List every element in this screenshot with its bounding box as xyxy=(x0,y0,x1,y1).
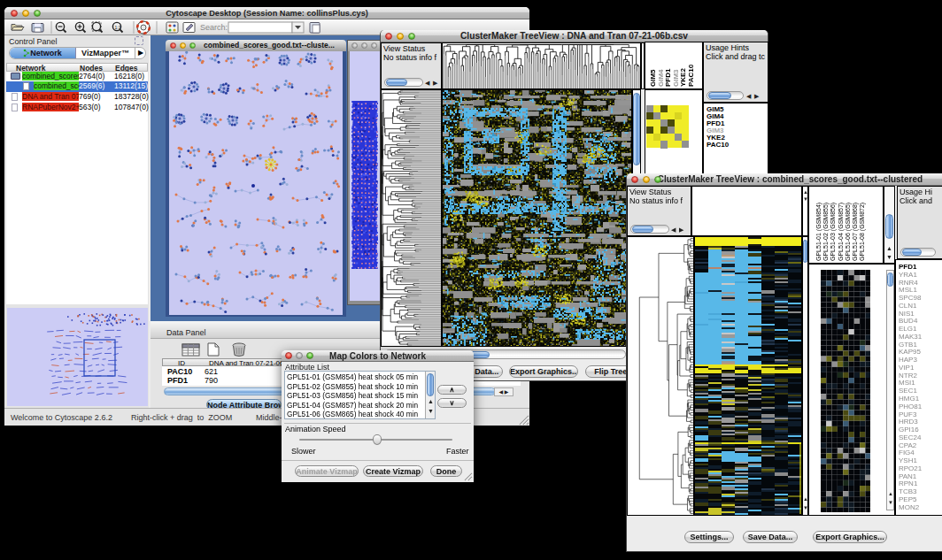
svg-text:1:1: 1:1 xyxy=(115,25,121,30)
svg-text:Search:: Search: xyxy=(200,23,228,32)
